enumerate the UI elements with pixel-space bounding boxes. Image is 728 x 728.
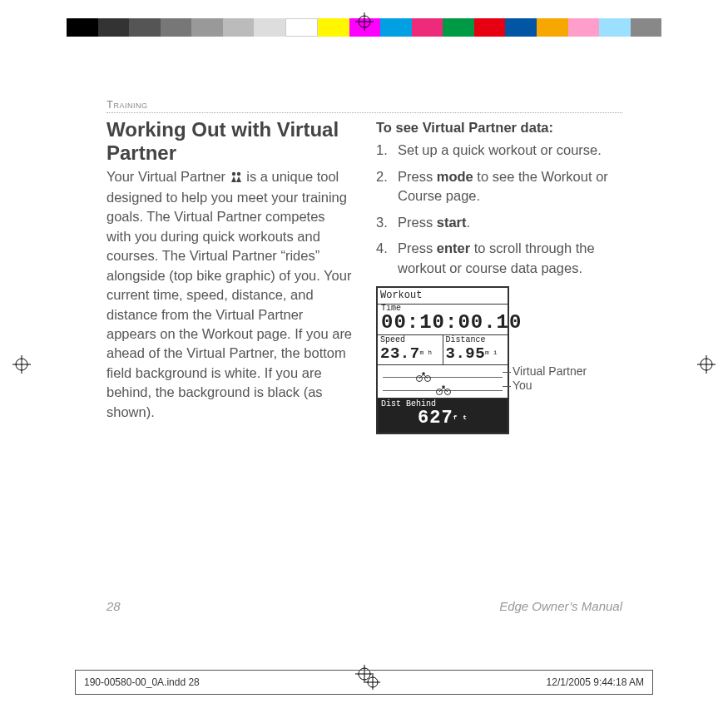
registration-mark-icon [365, 675, 380, 690]
virtual-partner-icon [230, 169, 243, 188]
steps-heading: To see Virtual Partner data: [376, 118, 622, 137]
step-item: Press start. [376, 213, 622, 232]
dist-behind-value: 627 [418, 408, 453, 428]
slug-timestamp: 12/1/2005 9:44:18 AM [547, 676, 644, 688]
device-title: Workout [378, 288, 508, 305]
svg-point-13 [236, 171, 240, 175]
page-number: 28 [106, 599, 121, 613]
time-value: 00:10:00.10 [381, 313, 504, 333]
callout-you: You [513, 379, 587, 393]
svg-point-12 [231, 171, 235, 175]
left-column: Working Out with Virtual Partner Your Vi… [106, 118, 353, 434]
cyclist-vp-icon [416, 369, 431, 388]
registration-mark-icon [12, 355, 31, 374]
distance-value: 3.95 [446, 344, 486, 363]
right-column: To see Virtual Partner data: Set up a qu… [376, 118, 622, 434]
step-item: Press enter to scroll through the workou… [376, 239, 622, 278]
device-screenshot: Workout Time 00:10:00.10 Speed 23.7m h D… [376, 286, 509, 434]
speed-value: 23.7 [380, 344, 420, 363]
section-label: Training [106, 98, 622, 113]
slug-file: 190-00580-00_0A.indd 28 [84, 676, 200, 688]
track-graphic [378, 365, 508, 399]
step-item: Set up a quick workout or course. [376, 141, 622, 160]
steps-list: Set up a quick workout or course. Press … [376, 141, 622, 278]
callout-labels: Virtual Partner You [513, 364, 587, 393]
distance-label: Distance [446, 336, 506, 344]
registration-mark-icon [697, 355, 716, 374]
callout-vp: Virtual Partner [513, 364, 587, 379]
speed-label: Speed [380, 336, 440, 344]
print-slug: 190-00580-00_0A.indd 28 12/1/2005 9:44:1… [75, 670, 653, 695]
manual-title: Edge Owner’s Manual [499, 599, 622, 613]
registration-mark-icon [355, 12, 374, 31]
cyclist-you-icon [436, 382, 451, 401]
body-paragraph: Your Virtual Partner is a unique tool de… [106, 167, 353, 422]
page-heading: Working Out with Virtual Partner [106, 118, 353, 166]
page-footer: 28 Edge Owner’s Manual [106, 599, 622, 613]
page-content: Training Working Out with Virtual Partne… [106, 98, 622, 434]
step-item: Press mode to see the Workout or Course … [376, 167, 622, 206]
